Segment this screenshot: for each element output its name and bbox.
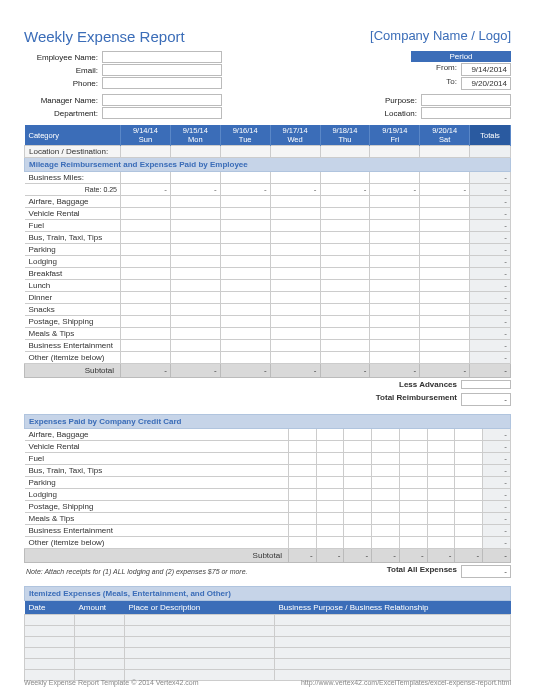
- item-cell[interactable]: [25, 648, 75, 659]
- expense-cell[interactable]: [370, 340, 420, 352]
- purpose-input[interactable]: [421, 94, 511, 106]
- expense-cell[interactable]: [121, 232, 171, 244]
- expense-cell[interactable]: [320, 304, 370, 316]
- expense-cell[interactable]: [320, 220, 370, 232]
- expense-cell[interactable]: [121, 352, 171, 364]
- expense-cell[interactable]: [399, 489, 427, 501]
- expense-cell[interactable]: [170, 328, 220, 340]
- expense-cell[interactable]: [121, 292, 171, 304]
- expense-cell[interactable]: [372, 477, 400, 489]
- expense-cell[interactable]: [288, 429, 316, 441]
- email-input[interactable]: [102, 64, 222, 76]
- expense-cell[interactable]: [270, 244, 320, 256]
- expense-cell[interactable]: [399, 501, 427, 513]
- expense-cell[interactable]: [399, 477, 427, 489]
- expense-cell[interactable]: [420, 196, 470, 208]
- expense-cell[interactable]: [420, 244, 470, 256]
- expense-cell[interactable]: [370, 352, 420, 364]
- expense-cell[interactable]: [288, 477, 316, 489]
- expense-cell[interactable]: [370, 304, 420, 316]
- item-cell[interactable]: [25, 615, 75, 626]
- item-cell[interactable]: [25, 626, 75, 637]
- expense-cell[interactable]: [288, 513, 316, 525]
- item-cell[interactable]: [275, 637, 511, 648]
- expense-cell[interactable]: [427, 453, 455, 465]
- expense-cell[interactable]: [288, 525, 316, 537]
- expense-cell[interactable]: [455, 537, 483, 549]
- item-cell[interactable]: [275, 648, 511, 659]
- expense-cell[interactable]: [344, 465, 372, 477]
- expense-cell[interactable]: [170, 196, 220, 208]
- expense-cell[interactable]: [316, 489, 344, 501]
- expense-cell[interactable]: [320, 232, 370, 244]
- expense-cell[interactable]: [320, 208, 370, 220]
- expense-cell[interactable]: [316, 477, 344, 489]
- expense-cell[interactable]: [455, 441, 483, 453]
- expense-cell[interactable]: [420, 304, 470, 316]
- expense-cell[interactable]: [220, 340, 270, 352]
- expense-cell[interactable]: [316, 465, 344, 477]
- item-cell[interactable]: [75, 648, 125, 659]
- expense-cell[interactable]: [320, 256, 370, 268]
- location-input[interactable]: [421, 107, 511, 119]
- expense-cell[interactable]: [427, 501, 455, 513]
- expense-cell[interactable]: [170, 280, 220, 292]
- expense-cell[interactable]: [344, 489, 372, 501]
- expense-cell[interactable]: [372, 513, 400, 525]
- expense-cell[interactable]: [288, 537, 316, 549]
- expense-cell[interactable]: [370, 208, 420, 220]
- expense-cell[interactable]: [455, 465, 483, 477]
- expense-cell[interactable]: [344, 501, 372, 513]
- expense-cell[interactable]: [420, 256, 470, 268]
- expense-cell[interactable]: [372, 453, 400, 465]
- expense-cell[interactable]: [121, 316, 171, 328]
- expense-cell[interactable]: [220, 244, 270, 256]
- expense-cell[interactable]: [220, 352, 270, 364]
- expense-cell[interactable]: [344, 537, 372, 549]
- expense-cell[interactable]: [170, 340, 220, 352]
- expense-cell[interactable]: [420, 328, 470, 340]
- expense-cell[interactable]: [121, 196, 171, 208]
- expense-cell[interactable]: [372, 501, 400, 513]
- expense-cell[interactable]: [420, 340, 470, 352]
- expense-cell[interactable]: [121, 268, 171, 280]
- expense-cell[interactable]: [370, 232, 420, 244]
- expense-cell[interactable]: [420, 220, 470, 232]
- expense-cell[interactable]: [372, 429, 400, 441]
- expense-cell[interactable]: [370, 244, 420, 256]
- expense-cell[interactable]: [455, 429, 483, 441]
- expense-cell[interactable]: [270, 328, 320, 340]
- expense-cell[interactable]: [270, 292, 320, 304]
- expense-cell[interactable]: [372, 465, 400, 477]
- expense-cell[interactable]: [399, 537, 427, 549]
- expense-cell[interactable]: [270, 304, 320, 316]
- expense-cell[interactable]: [420, 316, 470, 328]
- expense-cell[interactable]: [170, 256, 220, 268]
- expense-cell[interactable]: [170, 244, 220, 256]
- expense-cell[interactable]: [455, 489, 483, 501]
- expense-cell[interactable]: [372, 489, 400, 501]
- expense-cell[interactable]: [344, 477, 372, 489]
- expense-cell[interactable]: [170, 232, 220, 244]
- expense-cell[interactable]: [121, 220, 171, 232]
- expense-cell[interactable]: [121, 244, 171, 256]
- expense-cell[interactable]: [121, 328, 171, 340]
- expense-cell[interactable]: [372, 525, 400, 537]
- expense-cell[interactable]: [427, 441, 455, 453]
- expense-cell[interactable]: [320, 328, 370, 340]
- expense-cell[interactable]: [320, 196, 370, 208]
- expense-cell[interactable]: [420, 352, 470, 364]
- expense-cell[interactable]: [320, 280, 370, 292]
- expense-cell[interactable]: [344, 525, 372, 537]
- expense-cell[interactable]: [270, 316, 320, 328]
- expense-cell[interactable]: [344, 441, 372, 453]
- expense-cell[interactable]: [270, 352, 320, 364]
- department-input[interactable]: [102, 107, 222, 119]
- item-cell[interactable]: [275, 626, 511, 637]
- expense-cell[interactable]: [270, 280, 320, 292]
- expense-cell[interactable]: [372, 537, 400, 549]
- expense-cell[interactable]: [170, 208, 220, 220]
- expense-cell[interactable]: [320, 292, 370, 304]
- expense-cell[interactable]: [288, 465, 316, 477]
- item-cell[interactable]: [125, 659, 275, 670]
